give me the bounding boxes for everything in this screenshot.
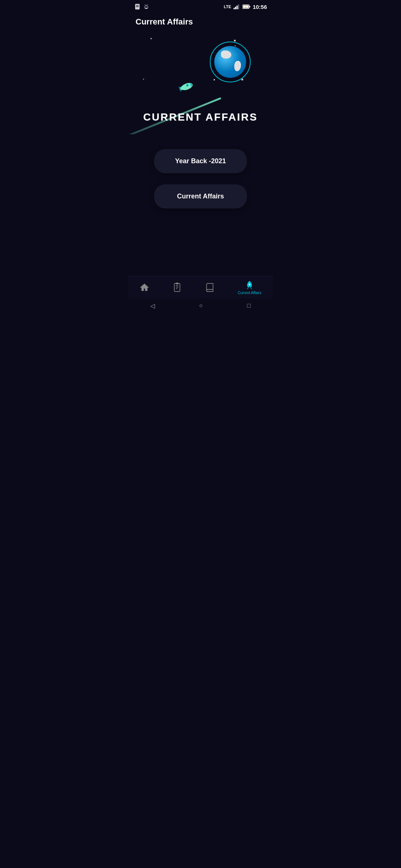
- current-affairs-button[interactable]: Current Affairs: [154, 184, 247, 208]
- battery-icon: ⚡: [242, 4, 251, 9]
- signal-icon: [234, 4, 240, 9]
- rocket-illustration: [175, 79, 197, 97]
- svg-line-7: [145, 4, 145, 5]
- globe-land-1: [221, 50, 231, 59]
- android-nav-bar: ◁ ○ □: [128, 298, 273, 313]
- globe-land-2: [234, 61, 241, 71]
- nav-item-current-affairs[interactable]: Current Affairs: [234, 279, 265, 296]
- svg-rect-4: [145, 6, 148, 8]
- orbit-dot-1: [234, 40, 236, 42]
- year-back-button[interactable]: Year Back -2021: [154, 149, 247, 173]
- globe-sphere: [214, 46, 246, 78]
- hero-heading: CURRENT AFFAIRS: [143, 111, 258, 123]
- svg-rect-1: [136, 5, 139, 6]
- svg-rect-2: [136, 6, 139, 7]
- status-right-icons: LTE ⚡ 10:56: [224, 4, 267, 10]
- svg-rect-12: [238, 4, 239, 9]
- rocket-nav-icon: [245, 280, 254, 290]
- orbit-dot-2: [213, 79, 215, 80]
- globe-ring: [210, 42, 251, 82]
- globe-illustration: [210, 42, 251, 82]
- svg-point-5: [145, 6, 146, 7]
- book-icon: [205, 283, 215, 292]
- bottom-nav: Current Affairs: [128, 276, 273, 298]
- app-title: Current Affairs: [128, 13, 273, 30]
- notes-icon: [172, 283, 182, 292]
- star-3: [143, 79, 144, 80]
- android-icon: [143, 3, 150, 10]
- time-display: 10:56: [253, 4, 267, 10]
- status-bar: LTE ⚡ 10:56: [128, 0, 273, 13]
- svg-line-8: [147, 4, 148, 5]
- sim-icon: [134, 3, 141, 10]
- svg-rect-29: [176, 283, 179, 284]
- svg-rect-9: [234, 8, 235, 9]
- svg-text:⚡: ⚡: [244, 6, 247, 9]
- status-left-icons: [134, 3, 150, 10]
- hero-section: CURRENT AFFAIRS: [128, 30, 273, 134]
- nav-item-notes[interactable]: [169, 281, 186, 294]
- star-1: [150, 38, 152, 39]
- nav-item-book[interactable]: [201, 281, 218, 294]
- svg-rect-10: [235, 7, 236, 9]
- android-back-btn[interactable]: ◁: [150, 302, 155, 309]
- buttons-section: Year Back -2021 Current Affairs: [128, 134, 273, 223]
- svg-rect-14: [249, 6, 250, 7]
- orbit-dot-3: [241, 79, 243, 80]
- nav-item-home[interactable]: [136, 281, 153, 294]
- svg-point-6: [147, 6, 147, 7]
- lte-label: LTE: [224, 4, 231, 9]
- current-affairs-nav-label: Current Affairs: [238, 291, 261, 295]
- android-home-btn[interactable]: ○: [199, 302, 203, 309]
- home-icon: [140, 283, 149, 292]
- svg-rect-25: [175, 283, 180, 292]
- android-recent-btn[interactable]: □: [247, 302, 251, 309]
- svg-rect-11: [237, 6, 238, 9]
- svg-point-30: [249, 283, 250, 285]
